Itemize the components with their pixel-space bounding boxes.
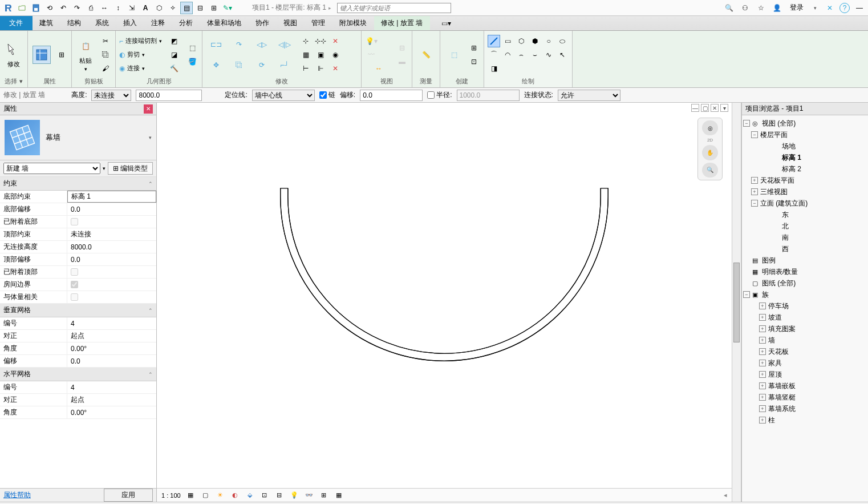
user-icon[interactable]: 👤 (770, 2, 783, 14)
height-value-input[interactable] (136, 90, 202, 101)
group-vertical-grid[interactable]: 垂直网格⌃ (0, 304, 156, 317)
tree-east[interactable]: 东 (743, 209, 867, 220)
draw-polygon-icon[interactable]: ⬡ (515, 35, 528, 47)
tab-view[interactable]: 视图 (277, 16, 305, 30)
switch-windows-icon[interactable]: ⊞ (208, 2, 220, 14)
login-button[interactable]: 登录▾ (786, 3, 820, 13)
measure-button[interactable]: 📏 (416, 45, 436, 65)
override-icon[interactable]: ▬ (396, 55, 408, 68)
scale-icon[interactable]: ▣ (314, 49, 327, 61)
tree-elevations[interactable]: −立面 (建筑立面) (743, 197, 867, 209)
mirror-draw-icon[interactable]: ◁|▷ (274, 36, 295, 53)
zoom-icon[interactable]: 🔍 (702, 163, 718, 178)
align-icon[interactable]: ⊏⊐ (206, 36, 226, 53)
unconnected-height-value[interactable]: 8000.0 (67, 241, 156, 253)
hgrid-justification-value[interactable]: 起点 (67, 394, 156, 406)
trim-multi-icon[interactable]: ⊩ (314, 62, 327, 75)
edit-type-button[interactable]: ⊞编辑类型 (108, 162, 153, 175)
tab-massing[interactable]: 体量和场地 (200, 16, 249, 30)
steering-wheel-icon[interactable]: ◎ (702, 120, 718, 135)
tree-fam-fill[interactable]: +填充图案 (743, 323, 867, 334)
tag-icon[interactable]: ⇲ (125, 2, 138, 14)
tree-fam-parking[interactable]: +停车场 (743, 300, 867, 312)
tree-fam-wall[interactable]: +墙 (743, 334, 867, 346)
apply-button[interactable]: 应用 (104, 489, 153, 502)
cut-clipboard-icon[interactable]: ✂ (99, 35, 112, 47)
crop-region-icon[interactable]: ⊟ (274, 490, 285, 501)
locline-select[interactable]: 墙中心线 (252, 90, 315, 101)
base-constraint-value[interactable]: 标高 1 (67, 191, 156, 203)
type-thumbnail[interactable] (5, 120, 40, 155)
app-logo-icon[interactable] (2, 2, 15, 14)
type-selector-chevron-icon[interactable]: ▾ (149, 135, 152, 140)
base-offset-value[interactable]: 0.0 (67, 203, 156, 215)
tree-north[interactable]: 北 (743, 220, 867, 232)
dimension-icon[interactable]: ↕ (112, 2, 124, 14)
draw-ellipse-icon[interactable]: ⬭ (556, 35, 569, 47)
tree-fam-ramp[interactable]: +坡道 (743, 312, 867, 323)
view-maximize-icon[interactable]: ▢ (701, 104, 709, 112)
help-icon[interactable]: ? (839, 3, 850, 13)
tab-insert[interactable]: 插入 (116, 16, 144, 30)
copy-clipboard-icon[interactable]: ⿻ (99, 49, 112, 61)
close-properties-icon[interactable]: ✕ (144, 104, 153, 114)
vgrid-offset-value[interactable]: 0.0 (67, 355, 156, 367)
notch-icon[interactable]: ◩ (168, 35, 180, 47)
tree-fam-roof[interactable]: +屋顶 (743, 369, 867, 380)
vgrid-number-value[interactable]: 4 (67, 317, 156, 329)
tree-sheets[interactable]: ▢图纸 (全部) (743, 277, 867, 289)
draw-pick-face-icon[interactable]: ◨ (488, 62, 500, 75)
new-instance-select[interactable]: 新建 墙 (3, 163, 100, 174)
rendering-icon[interactable]: ⬙ (245, 490, 255, 501)
group-constraints[interactable]: 约束⌃ (0, 177, 156, 191)
tree-south[interactable]: 南 (743, 232, 867, 243)
properties-help-link[interactable]: 属性帮助 (3, 490, 31, 500)
array-icon[interactable]: ▦ (299, 49, 312, 61)
favorites-icon[interactable]: ☆ (755, 2, 767, 14)
pin-icon[interactable]: ◉ (329, 49, 342, 61)
chain-checkbox[interactable]: 链 (319, 90, 335, 100)
draw-arc-start-icon[interactable]: ⌒ (488, 49, 500, 61)
paint-icon[interactable]: 🪣 (186, 55, 198, 68)
copy-icon[interactable]: ⿻ (229, 57, 249, 74)
offset-input[interactable] (360, 90, 423, 101)
draw-arc-center-icon[interactable]: ◠ (501, 49, 514, 61)
temporary-hide-icon[interactable]: 👓 (304, 490, 314, 501)
drawing-canvas[interactable]: ◎ 2D ✋ 🔍 (157, 113, 732, 488)
measure-line-icon[interactable]: ↔ (365, 62, 392, 75)
open-icon[interactable] (16, 2, 29, 14)
top-offset-value[interactable]: 0.0 (67, 253, 156, 265)
tab-analyze[interactable]: 分析 (172, 16, 200, 30)
reveal-hidden-icon[interactable]: ⊞ (319, 490, 329, 501)
search-input[interactable] (337, 3, 451, 13)
offset-tool-icon[interactable]: ↷ (229, 36, 249, 53)
section-icon[interactable]: ✧ (167, 2, 179, 14)
tree-legends[interactable]: ▤图例 (743, 255, 867, 266)
draw-fillet-icon[interactable]: ⌣ (529, 49, 541, 61)
unpin-icon[interactable]: ✕ (329, 35, 342, 47)
radius-checkbox[interactable]: 半径: (427, 90, 452, 100)
lightbulb-icon[interactable]: 💡▾ (365, 35, 378, 47)
view-menu-icon[interactable]: ▾ (720, 104, 728, 112)
tab-annotate[interactable]: 注释 (144, 16, 172, 30)
room-bounding-value[interactable] (67, 279, 156, 291)
worksharing-display-icon[interactable]: ▦ (334, 490, 344, 501)
top-constraint-value[interactable]: 未连接 (67, 228, 156, 240)
tree-fam-cw-mullion[interactable]: +幕墙竖梃 (743, 392, 867, 403)
type-properties-icon[interactable]: ⊞ (55, 49, 68, 61)
demolish-icon[interactable]: 🔨 (168, 62, 180, 75)
tab-architecture[interactable]: 建筑 (33, 16, 60, 30)
create-similar-button[interactable]: ⬚ (444, 45, 464, 65)
draw-pick-icon[interactable]: ↖ (556, 49, 569, 61)
tree-schedules[interactable]: ▦明细表/数量 (743, 266, 867, 277)
rotate-icon[interactable]: ⟳ (252, 57, 272, 74)
tab-systems[interactable]: 系统 (88, 16, 116, 30)
wall-opening-icon[interactable]: ⬚ (186, 42, 198, 54)
height-constraint-select[interactable]: 未连接 (91, 90, 131, 101)
hide-icon[interactable]: ⊟ (396, 42, 408, 54)
tab-addins[interactable]: 附加模块 (332, 16, 374, 30)
communicate-icon[interactable]: ⚇ (739, 2, 751, 14)
base-attached-value[interactable] (67, 216, 156, 228)
tab-structure[interactable]: 结构 (60, 16, 88, 30)
tree-fam-ceiling[interactable]: +天花板 (743, 346, 867, 357)
